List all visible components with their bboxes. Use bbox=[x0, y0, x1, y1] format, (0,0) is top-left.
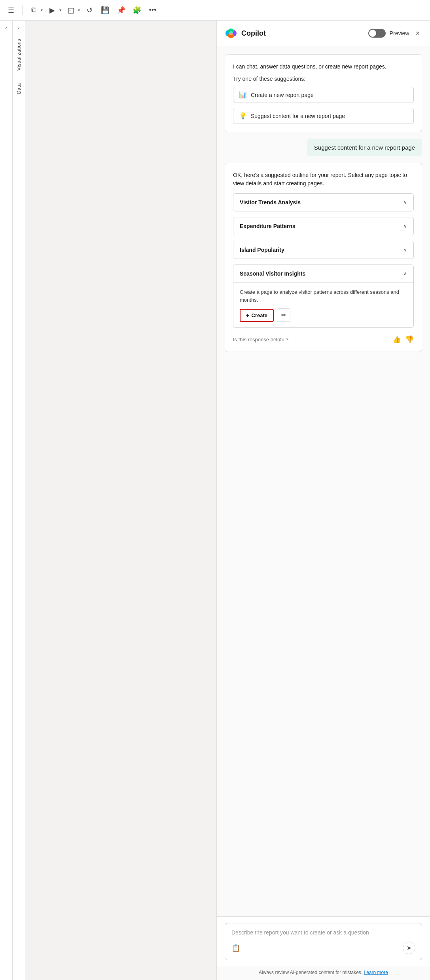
accordion-expenditure-patterns-header[interactable]: Expenditure Patterns ∨ bbox=[233, 217, 413, 235]
accordion-visitor-trends: Visitor Trends Analysis ∨ bbox=[233, 193, 414, 211]
refresh-icon[interactable]: ↺ bbox=[83, 4, 96, 17]
pencil-icon: ✏ bbox=[281, 312, 286, 319]
chart-icon: 📊 bbox=[239, 91, 247, 99]
accordion-visitor-trends-title: Visitor Trends Analysis bbox=[240, 199, 301, 206]
edit-button[interactable]: ✏ bbox=[277, 308, 290, 322]
send-button[interactable]: ➤ bbox=[403, 942, 415, 954]
toolbar-group-2: ▶ ▾ bbox=[46, 4, 61, 17]
feedback-icons: 👍 👎 bbox=[392, 335, 414, 344]
copilot-title: Copilot bbox=[241, 29, 364, 38]
copilot-panel: Copilot Preview × I can chat, answer dat… bbox=[216, 21, 430, 980]
copilot-logo-icon bbox=[225, 27, 237, 40]
toolbar: ☰ ⧉ ▾ ▶ ▾ ◱ ▾ ↺ 💾 📌 🧩 ••• bbox=[0, 0, 430, 21]
input-box[interactable]: Describe the report you want to create o… bbox=[225, 923, 422, 960]
accordion-seasonal-header[interactable]: Seasonal Visitor Insights ∧ bbox=[233, 265, 413, 282]
toolbar-group-3: ◱ ▾ bbox=[64, 4, 80, 17]
accordion-island-chevron-icon: ∨ bbox=[403, 247, 407, 253]
toolbar-group-1: ⧉ ▾ bbox=[27, 4, 43, 17]
suggestion-create-label: Create a new report page bbox=[251, 92, 314, 98]
preview-toggle[interactable] bbox=[368, 29, 386, 38]
menu-icon[interactable]: ☰ bbox=[5, 4, 17, 17]
attach-icon[interactable]: 📋 bbox=[231, 944, 240, 952]
accordion-seasonal-chevron-icon: ∧ bbox=[403, 271, 407, 276]
preview-label: Preview bbox=[390, 30, 409, 36]
intro-card: I can chat, answer data questions, or cr… bbox=[225, 54, 422, 132]
accordion-seasonal-visitor: Seasonal Visitor Insights ∧ Create a pag… bbox=[233, 265, 414, 328]
accordion-seasonal-actions: + Create ✏ bbox=[240, 308, 407, 322]
copy-chevron-icon[interactable]: ▾ bbox=[41, 8, 43, 12]
copilot-header: Copilot Preview × bbox=[217, 21, 430, 46]
input-toolbar: 📋 ➤ bbox=[231, 942, 415, 954]
user-message-bubble: Suggest content for a new report page bbox=[307, 139, 422, 156]
accordion-visitor-trends-header[interactable]: Visitor Trends Analysis ∨ bbox=[233, 194, 413, 211]
accordion-expenditure-title: Expenditure Patterns bbox=[240, 223, 296, 229]
feedback-row: Is this response helpful? 👍 👎 bbox=[233, 335, 414, 344]
send-arrow-icon: ➤ bbox=[407, 944, 412, 951]
accordion-island-popularity: Island Popularity ∨ bbox=[233, 241, 414, 259]
footer-disclaimer: Always review AI-generated content for m… bbox=[217, 967, 430, 980]
svg-point-4 bbox=[229, 31, 233, 35]
learn-more-link[interactable]: Learn more bbox=[364, 970, 388, 975]
toolbar-separator-1 bbox=[22, 6, 23, 15]
thumbs-up-icon[interactable]: 👍 bbox=[392, 335, 401, 344]
visualizations-tab[interactable]: Visualizations bbox=[14, 32, 24, 77]
data-tab[interactable]: Data bbox=[14, 77, 24, 100]
content-area: Copilot Preview × I can chat, answer dat… bbox=[25, 21, 430, 980]
copilot-body: I can chat, answer data questions, or cr… bbox=[217, 46, 430, 916]
copy-icon[interactable]: ⧉ bbox=[27, 4, 40, 17]
collapse-left-icon[interactable]: ‹ bbox=[4, 24, 9, 32]
more-icon[interactable]: ••• bbox=[146, 4, 159, 17]
thumbs-down-icon[interactable]: 👎 bbox=[405, 335, 414, 344]
disclaimer-text: Always review AI-generated content for m… bbox=[259, 970, 362, 975]
layout-icon[interactable]: ◱ bbox=[64, 4, 77, 17]
create-label: Create bbox=[252, 312, 267, 318]
feedback-text: Is this response helpful? bbox=[233, 337, 288, 343]
copilot-close-button[interactable]: × bbox=[413, 29, 422, 38]
collapse-tabs-icon[interactable]: ‹ bbox=[17, 24, 21, 32]
response-text: OK, here's a suggested outline for your … bbox=[233, 171, 414, 188]
intro-text: I can chat, answer data questions, or cr… bbox=[233, 63, 414, 71]
accordion-expenditure-chevron-icon: ∨ bbox=[403, 223, 407, 229]
bulb-icon: 💡 bbox=[239, 112, 247, 120]
create-page-button[interactable]: + Create bbox=[240, 309, 274, 322]
input-area: Describe the report you want to create o… bbox=[217, 916, 430, 967]
canvas-area bbox=[25, 21, 216, 980]
accordion-expenditure-patterns: Expenditure Patterns ∨ bbox=[233, 217, 414, 235]
pin-icon[interactable]: 📌 bbox=[115, 4, 127, 17]
plus-icon: + bbox=[246, 312, 249, 318]
accordion-island-title: Island Popularity bbox=[240, 247, 284, 253]
response-card: OK, here's a suggested outline for your … bbox=[225, 163, 422, 352]
main-layout: ‹ ‹ Visualizations Data Copilot bbox=[0, 21, 430, 980]
body-spacer bbox=[225, 358, 422, 908]
play-chevron-icon[interactable]: ▾ bbox=[59, 8, 61, 12]
input-placeholder-text: Describe the report you want to create o… bbox=[231, 929, 415, 937]
side-tabs-panel: ‹ Visualizations Data bbox=[13, 21, 25, 980]
accordion-seasonal-title: Seasonal Visitor Insights bbox=[240, 270, 305, 277]
suggestion-suggest-content-button[interactable]: 💡 Suggest content for a new report page bbox=[233, 108, 414, 124]
save-icon[interactable]: 💾 bbox=[99, 4, 112, 17]
accordion-island-popularity-header[interactable]: Island Popularity ∨ bbox=[233, 241, 413, 259]
accordion-visitor-trends-chevron-icon: ∨ bbox=[403, 200, 407, 205]
accordion-seasonal-body: Create a page to analyze visitor pattern… bbox=[233, 282, 413, 327]
play-icon[interactable]: ▶ bbox=[46, 4, 59, 17]
left-panel-collapse: ‹ bbox=[0, 21, 13, 980]
accordion-seasonal-desc: Create a page to analyze visitor pattern… bbox=[240, 288, 407, 304]
suggestion-suggest-label: Suggest content for a new report page bbox=[251, 113, 345, 119]
layout-chevron-icon[interactable]: ▾ bbox=[78, 8, 80, 12]
extensions-icon[interactable]: 🧩 bbox=[131, 4, 143, 17]
intro-suggestions-label: Try one of these suggestions: bbox=[233, 76, 414, 82]
suggestion-create-report-button[interactable]: 📊 Create a new report page bbox=[233, 87, 414, 103]
